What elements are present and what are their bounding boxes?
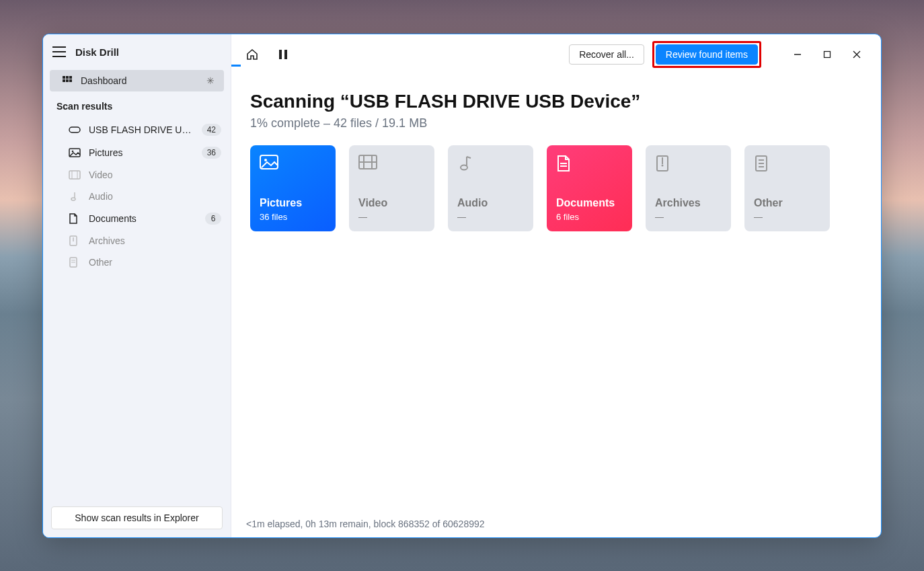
toolbar: Recover all... Review found items [231,34,881,71]
card-count: 36 files [260,212,326,222]
page-subtitle: 1% complete – 42 files / 19.1 MB [250,116,862,130]
card-title: Audio [457,197,524,209]
other-icon [754,155,820,176]
card-audio[interactable]: Audio — [448,145,533,231]
sidebar-footer: Show scan results in Explorer [43,498,231,537]
review-button-highlight: Review found items [652,41,761,68]
scan-results-label: Scan results [43,91,231,118]
card-count: — [655,212,722,222]
review-found-items-button[interactable]: Review found items [656,44,758,65]
card-count: — [457,212,524,222]
grid-icon [62,75,73,86]
drive-icon [69,125,81,135]
svg-rect-4 [66,79,69,82]
sidebar-item-label: Pictures [89,147,194,158]
audio-icon [457,155,524,176]
svg-point-8 [72,150,74,152]
pause-button[interactable] [272,43,295,66]
sidebar-item-audio[interactable]: Audio [43,186,231,207]
app-window: Disk Drill Dashboard ✳ Scan results USB … [42,34,882,538]
svg-rect-19 [284,50,287,59]
svg-rect-1 [66,76,69,79]
svg-rect-0 [63,76,65,79]
sidebar-item-label: Archives [89,235,221,246]
video-icon [358,155,425,176]
audio-icon [69,191,81,202]
svg-rect-18 [279,50,282,59]
document-icon [556,155,623,176]
sidebar-item-video[interactable]: Video [43,164,231,186]
svg-rect-21 [824,51,831,57]
minimize-button[interactable] [783,44,812,65]
card-title: Documents [556,197,623,209]
svg-rect-5 [69,79,72,82]
main: Recover all... Review found items Scanni… [231,34,881,537]
card-title: Archives [655,197,722,209]
sidebar-item-documents[interactable]: Documents 6 [43,207,231,230]
svg-rect-6 [69,127,80,132]
sidebar-item-archives[interactable]: Archives [43,230,231,252]
other-icon [69,257,81,268]
sidebar-item-label: Other [89,257,221,268]
nav-dashboard[interactable]: Dashboard ✳ [50,70,224,91]
recover-all-button[interactable]: Recover all... [569,44,644,65]
sidebar-item-count: 6 [205,213,221,225]
svg-rect-9 [69,171,80,179]
card-title: Other [754,197,820,209]
svg-point-30 [461,165,467,169]
close-button[interactable] [842,44,872,65]
sidebar-item-pictures[interactable]: Pictures 36 [43,141,231,164]
svg-point-35 [662,164,664,166]
page-title: Scanning “USB FLASH DRIVE USB Device” [250,91,862,112]
show-in-explorer-button[interactable]: Show scan results in Explorer [51,506,223,529]
picture-icon [69,148,81,157]
card-archives[interactable]: Archives — [646,145,731,231]
spinner-icon: ✳ [206,75,215,86]
card-other[interactable]: Other — [744,145,830,231]
svg-point-12 [71,198,75,200]
card-pictures[interactable]: Pictures 36 files [250,145,336,231]
card-count: — [358,212,425,222]
content: Scanning “USB FLASH DRIVE USB Device” 1%… [231,71,881,510]
svg-rect-3 [63,79,65,82]
hamburger-icon[interactable] [52,46,66,57]
status-bar: <1m elapsed, 0h 13m remain, block 868352… [231,510,881,537]
picture-icon [260,155,326,176]
home-button[interactable] [241,43,264,66]
sidebar-item-usb[interactable]: USB FLASH DRIVE USB D... 42 [43,118,231,141]
sidebar-item-label: USB FLASH DRIVE USB D... [89,124,194,135]
sidebar-header: Disk Drill [43,41,231,70]
archive-icon [69,235,81,246]
card-count: 6 files [556,212,623,222]
progress-bar [231,65,241,67]
video-icon [69,170,81,180]
sidebar-item-count: 36 [202,147,221,159]
nav-label: Dashboard [81,75,127,86]
window-controls [783,44,872,65]
svg-point-25 [264,159,267,161]
card-video[interactable]: Video — [349,145,434,231]
sidebar: Disk Drill Dashboard ✳ Scan results USB … [43,34,231,537]
archive-icon [655,155,722,176]
maximize-button[interactable] [812,44,842,65]
sidebar-item-other[interactable]: Other [43,252,231,273]
card-title: Video [358,197,425,209]
sidebar-item-label: Documents [89,213,197,224]
document-icon [69,213,81,224]
sidebar-item-label: Video [89,169,221,180]
card-count: — [754,212,820,222]
svg-rect-2 [69,76,72,79]
app-name: Disk Drill [75,46,119,58]
card-documents[interactable]: Documents 6 files [547,145,632,231]
category-cards: Pictures 36 files Video — Audio — [250,145,862,231]
sidebar-item-count: 42 [202,124,221,136]
card-title: Pictures [260,197,326,209]
sidebar-item-label: Audio [89,191,221,202]
